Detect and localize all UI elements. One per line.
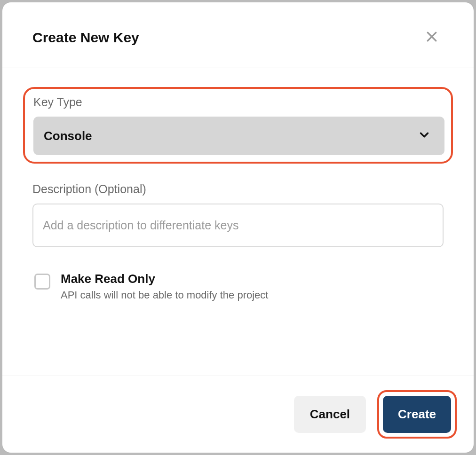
read-only-text: Make Read Only API calls will not be abl… bbox=[61, 272, 268, 301]
create-button[interactable]: Create bbox=[383, 396, 451, 433]
key-type-value: Console bbox=[44, 129, 92, 143]
description-input[interactable] bbox=[32, 204, 444, 247]
read-only-hint: API calls will not be able to modify the… bbox=[61, 289, 268, 301]
read-only-label: Make Read Only bbox=[61, 272, 268, 286]
cancel-button[interactable]: Cancel bbox=[294, 396, 366, 433]
modal-header: Create New Key bbox=[2, 2, 474, 68]
key-type-highlight: Key Type Console bbox=[23, 87, 453, 164]
read-only-row: Make Read Only API calls will not be abl… bbox=[23, 272, 453, 301]
modal-title: Create New Key bbox=[32, 30, 139, 46]
close-button[interactable] bbox=[422, 27, 442, 48]
key-type-select[interactable]: Console bbox=[33, 117, 444, 155]
key-type-label: Key Type bbox=[33, 95, 444, 109]
read-only-checkbox[interactable] bbox=[34, 274, 50, 290]
description-label: Description (Optional) bbox=[32, 182, 444, 196]
description-field: Description (Optional) bbox=[23, 182, 453, 247]
close-icon bbox=[425, 30, 439, 45]
modal-footer: Cancel Create bbox=[2, 376, 474, 453]
modal-body: Key Type Console Description (Optional) … bbox=[2, 68, 474, 376]
create-key-modal: Create New Key Key Type Console bbox=[2, 2, 474, 453]
chevron-down-icon bbox=[417, 128, 431, 144]
create-button-highlight: Create bbox=[377, 390, 457, 439]
